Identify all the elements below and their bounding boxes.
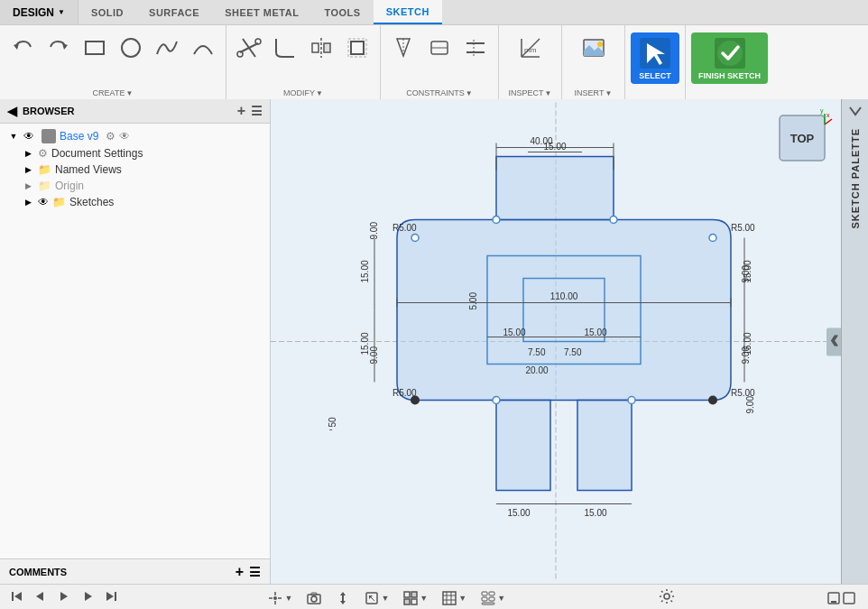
svg-text:15.00: 15.00	[507, 508, 530, 518]
sketch-palette-label[interactable]: SKETCH PALETTE	[850, 128, 861, 229]
svg-rect-9	[351, 42, 364, 54]
constraints-icons	[386, 32, 493, 63]
comments-add-icon[interactable]: +	[235, 564, 244, 580]
sketch-canvas[interactable]: 40.00 15.00 110.00 R5.00 R5.00 R5.00 R5.…	[271, 99, 841, 584]
constraint-tool2[interactable]	[422, 32, 457, 63]
record-button[interactable]	[822, 590, 861, 606]
svg-text:-: -	[329, 424, 332, 434]
offset-tool[interactable]	[340, 32, 374, 63]
display-dropdown-icon: ▼	[497, 594, 505, 603]
constraint-tool3[interactable]	[458, 32, 493, 63]
grid-snap-button[interactable]: ▼	[263, 589, 298, 607]
svg-text:y: y	[820, 107, 824, 115]
sketch-palette-expand[interactable]	[842, 103, 868, 119]
create-chevron-icon[interactable]: ▼	[125, 89, 133, 97]
tree-item-named-views[interactable]: ▶ 📁 Named Views	[0, 161, 270, 178]
arc-tool[interactable]	[186, 32, 220, 63]
toolbar-group-constraints: CONSTRAINTS ▼	[381, 25, 499, 99]
design-button[interactable]: DESIGN ▼	[0, 0, 78, 24]
view-cube[interactable]: TOP x y	[771, 106, 834, 170]
nav-next-button[interactable]	[78, 588, 97, 607]
eye-open-icon[interactable]: 👁	[119, 130, 130, 143]
circle-tool[interactable]	[114, 32, 148, 63]
browser-tree: ▼ 👁 Base v9 ⚙ 👁 ▶ ⚙ Document Settings ▶ …	[0, 124, 270, 558]
svg-text:R5.00: R5.00	[731, 223, 755, 233]
constraints-chevron-icon[interactable]: ▼	[466, 89, 473, 97]
gear-icon: ⚙	[38, 147, 48, 160]
svg-rect-125	[831, 601, 836, 603]
pan-button[interactable]	[330, 589, 356, 607]
nav-first-button[interactable]	[7, 588, 27, 607]
mirror-tool[interactable]	[304, 32, 338, 63]
display-settings-button[interactable]: ▼	[476, 589, 511, 607]
toolbar-group-finish: FINISH SKETCH	[686, 25, 773, 99]
toolbar: DESIGN ▼ SOLID SURFACE SHEET METAL TOOLS…	[0, 0, 868, 99]
expand-icon[interactable]: ▼	[7, 130, 20, 143]
select-button[interactable]: SELECT	[631, 32, 679, 84]
zoom-fit-button[interactable]: ▼	[359, 589, 394, 607]
named-views-label: Named Views	[55, 163, 122, 176]
expand-icon[interactable]: ▶	[22, 180, 34, 192]
tab-sheetmetal[interactable]: SHEET METAL	[212, 0, 311, 24]
fillet-tool[interactable]	[268, 32, 302, 63]
settings-gear-icon[interactable]: ⚙	[106, 130, 115, 143]
toolbar-group-insert: INSERT ▼	[562, 25, 625, 99]
svg-text:15.00: 15.00	[743, 332, 753, 355]
svg-point-78	[708, 396, 717, 405]
svg-text:15.00: 15.00	[543, 142, 566, 152]
tab-tools[interactable]: TOOLS	[311, 0, 373, 24]
comments-bar: COMMENTS + ☰	[0, 558, 270, 584]
svg-rect-118	[482, 592, 487, 595]
tab-sketch[interactable]: SKETCH	[374, 0, 442, 24]
inspect-tool[interactable]: mm	[513, 32, 548, 63]
modify-chevron-icon[interactable]: ▼	[316, 89, 323, 97]
svg-point-84	[610, 217, 617, 224]
tree-item-doc-settings[interactable]: ▶ ⚙ Document Settings	[0, 145, 270, 161]
insert-chevron-icon[interactable]: ▼	[605, 89, 612, 97]
svg-rect-117	[443, 592, 456, 604]
settings-icon-right[interactable]	[653, 586, 680, 609]
rectangle-tool[interactable]	[78, 32, 112, 63]
grid-button[interactable]: ▼	[437, 589, 472, 607]
redo-button[interactable]	[42, 32, 76, 63]
svg-text:15.00: 15.00	[360, 332, 370, 355]
nav-play-button[interactable]	[54, 588, 74, 607]
tree-item-origin[interactable]: ▶ 📁 Origin	[0, 178, 270, 194]
browser-menu-icon[interactable]: ☰	[251, 104, 263, 118]
browser-collapse-icon[interactable]: ◀	[7, 104, 17, 118]
bottom-toolbar: ▼ ▼ ▼ ▼ ▼	[0, 584, 868, 609]
trim-tool[interactable]	[232, 32, 266, 63]
tab-solid[interactable]: SOLID	[78, 0, 136, 24]
tree-item-sketches[interactable]: ▶ 👁 📁 Sketches	[0, 194, 270, 210]
svg-rect-112	[411, 599, 417, 604]
svg-point-3	[122, 39, 140, 57]
playback-controls	[7, 588, 121, 607]
comments-menu-icon[interactable]: ☰	[249, 565, 261, 579]
insert-image-tool[interactable]	[577, 32, 611, 63]
undo-button[interactable]	[5, 32, 40, 63]
constraint-tool1[interactable]	[386, 32, 420, 63]
browser-add-icon[interactable]: +	[237, 103, 245, 119]
svg-text:7.50: 7.50	[528, 347, 546, 357]
view-mode-button[interactable]: ▼	[398, 589, 433, 607]
visibility-eye-icon[interactable]: 👁	[38, 196, 49, 208]
spline-tool[interactable]	[150, 32, 184, 63]
browser-panel: ◀ BROWSER + ☰ ▼ 👁 Base v9 ⚙ 👁 ▶ ⚙ Docume…	[0, 99, 271, 584]
camera-button[interactable]	[301, 589, 327, 607]
expand-icon[interactable]: ▶	[22, 196, 34, 208]
design-label: DESIGN	[13, 6, 54, 19]
toolbar-group-select: SELECT	[625, 25, 686, 99]
chevron-down-icon: ▼	[58, 8, 65, 16]
nav-prev-button[interactable]	[31, 588, 51, 607]
canvas-expand-icon[interactable]	[826, 328, 841, 355]
expand-icon[interactable]: ▶	[22, 147, 34, 160]
view-cube-label: TOP	[790, 132, 815, 145]
visibility-icon[interactable]: 👁	[23, 129, 38, 143]
expand-icon[interactable]: ▶	[22, 163, 34, 176]
zoom-dropdown-icon: ▼	[381, 594, 389, 603]
tab-surface[interactable]: SURFACE	[136, 0, 212, 24]
finish-sketch-button[interactable]: FINISH SKETCH	[691, 32, 768, 84]
tree-item-base[interactable]: ▼ 👁 Base v9 ⚙ 👁	[0, 127, 270, 145]
nav-last-button[interactable]	[101, 588, 121, 607]
inspect-chevron-icon[interactable]: ▼	[545, 89, 552, 97]
